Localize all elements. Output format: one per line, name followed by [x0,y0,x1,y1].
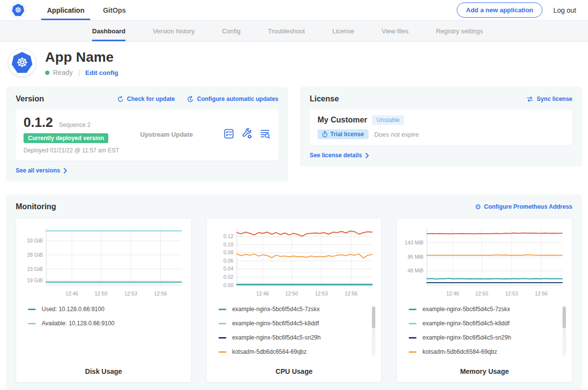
legend-swatch [219,309,226,310]
app-icon: ☸ [8,49,36,77]
svg-text:0.02: 0.02 [223,274,234,280]
version-action-icons [223,128,270,141]
svg-text:12:56: 12:56 [344,291,357,296]
svg-text:12:46: 12:46 [66,291,78,296]
wrench-gear-icon [242,128,252,139]
tab-gitops[interactable]: GitOps [97,0,132,20]
see-all-versions-link[interactable]: See all versions [16,167,278,174]
legend-item: example-nginx-5bc6f5d4c5-sn29h [219,334,377,341]
legend-swatch [409,337,416,339]
subnav-registry-settings[interactable]: Registry settings [436,21,483,41]
topnav-tabs: Application GitOps [41,0,139,20]
svg-text:95 MiB: 95 MiB [408,254,424,260]
divider: | [78,69,80,76]
version-card-title: Version [16,95,44,103]
legend-scrollbar [372,306,375,356]
customer-name: My Customer [318,116,367,124]
svg-text:33 GiB: 33 GiB [27,238,43,244]
kubernetes-logo[interactable]: ☸ [10,2,26,19]
chart-title: CPU Usage [212,363,377,375]
cpu-usage-legend: example-nginx-5bc6f5d4c5-7zskx example-n… [212,306,377,363]
topnav-right: Add a new application Log out [457,2,588,18]
chevron-right-icon [64,168,67,173]
legend-swatch [409,351,416,353]
check-for-update-link[interactable]: Check for update [117,96,175,103]
legend-scrollbar [563,306,566,356]
license-card-title: License [310,95,339,103]
svg-text:28 GiB: 28 GiB [27,252,43,258]
sync-license-link[interactable]: Sync license [526,96,572,103]
config-button[interactable] [242,128,252,141]
svg-text:0.06: 0.06 [223,258,234,264]
charts-row: 12:4612:5012:5312:5633 GiB28 GiB23 GiB19… [16,218,572,383]
app-meta: App Name Ready | Edit config [45,49,118,76]
page: ☸ Application GitOps Add a new applicati… [0,0,588,390]
svg-text:0.10: 0.10 [223,242,234,247]
license-customer-row: My Customer Unstable [318,115,564,125]
app-subnav: Dashboard Version history Config Trouble… [0,21,588,42]
svg-text:12:46: 12:46 [446,291,459,296]
legend-swatch [219,337,226,339]
chevron-right-icon [366,153,369,158]
deployed-timestamp: Deployed 01/21/22 @ 11:57 am EST [24,147,140,154]
add-application-button[interactable]: Add a new application [457,2,542,18]
legend-swatch [219,323,226,324]
subnav-view-files[interactable]: View files [382,21,409,41]
current-version-panel: 0.1.2 Sequence 2 Currently deployed vers… [16,109,278,161]
summary-cards-row: Version Check for update Configure autom… [0,87,588,182]
kubernetes-logo-icon: ☸ [12,4,24,17]
version-card-header: Version Check for update Configure autom… [16,95,278,103]
trial-license-badge: Trial license [318,129,368,139]
status-dot-icon [45,71,49,75]
license-card-header: License Sync license [310,95,572,103]
tab-application[interactable]: Application [41,0,90,20]
svg-text:12:53: 12:53 [124,291,137,296]
deployed-badge: Currently deployed version [24,133,108,143]
legend-item: example-nginx-5bc6f5d4c5-7zskx [409,306,567,313]
svg-text:12:50: 12:50 [95,291,107,296]
svg-text:12:56: 12:56 [154,291,167,296]
logout-link[interactable]: Log out [553,6,576,14]
configure-automatic-updates-link[interactable]: Configure automatic updates [187,96,278,103]
svg-text:12:56: 12:56 [535,291,548,296]
subnav-dashboard[interactable]: Dashboard [92,21,125,41]
status-text: Ready [53,69,73,76]
scheduled-update-icon [187,96,194,103]
svg-text:0.04: 0.04 [223,266,234,271]
legend-scrollbar-thumb[interactable] [372,307,375,328]
license-card-actions: Sync license [526,96,572,103]
subnav-license[interactable]: License [332,21,354,41]
legend-item: kotsadm-5db6dc6584-69qbz [219,348,377,355]
release-notes-button[interactable] [223,128,234,141]
kubernetes-wheel-icon: ☸ [16,56,28,70]
stopwatch-icon [322,131,328,138]
version-card-actions: Check for update Configure automatic upd… [117,96,278,103]
legend-item: kotsadm-5db6dc6584-69qbz [409,348,567,355]
svg-text:19 GiB: 19 GiB [27,277,43,283]
subnav-troubleshoot[interactable]: Troubleshoot [268,21,305,41]
see-license-details-link[interactable]: See license details [310,152,572,159]
monitoring-title: Monitoring [16,202,56,211]
svg-text:12:46: 12:46 [256,291,269,296]
version-number: 0.1.2 [24,115,53,130]
legend-scrollbar-thumb[interactable] [563,307,566,328]
memory-usage-chart: 12:4612:5012:5312:56143 MiB95 MiB48 MiB [402,224,567,299]
svg-text:0.08: 0.08 [223,249,234,255]
legend-swatch [28,309,36,310]
subnav-version-history[interactable]: Version history [153,21,195,41]
logs-search-icon [260,128,270,139]
sync-icon [526,96,534,103]
edit-config-link[interactable]: Edit config [85,69,118,76]
cpu-usage-chart: 12:4612:5012:5312:560.120.100.080.060.04… [212,224,377,299]
app-status-row: Ready | Edit config [45,69,118,76]
legend-item: Used: 10.128.0.66:9100 [28,306,186,313]
svg-text:12:53: 12:53 [505,291,518,296]
disk-usage-card: 12:4612:5012:5312:5633 GiB28 GiB23 GiB19… [16,218,192,383]
legend-item: example-nginx-5bc6f5d4c5-sn29h [409,334,567,341]
deploy-logs-button[interactable] [260,128,270,141]
monitoring-section: Monitoring ⚙ Configure Prometheus Addres… [6,195,582,390]
configure-prometheus-link[interactable]: ⚙ Configure Prometheus Address [475,203,572,210]
license-type-row: Trial license Does not expire [318,129,564,139]
app-header: ☸ App Name Ready | Edit config [0,42,588,87]
subnav-config[interactable]: Config [222,21,241,41]
